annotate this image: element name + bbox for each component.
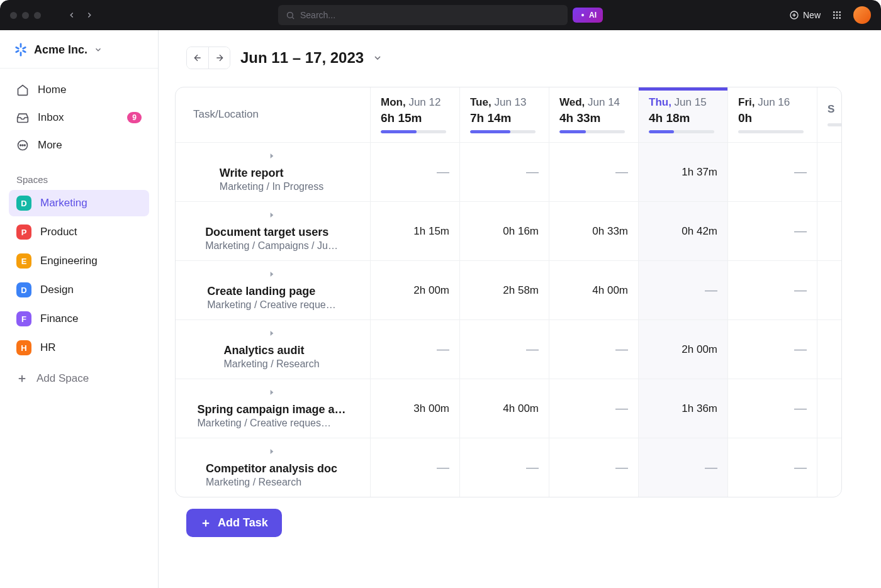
time-cell[interactable]: 4h 00m <box>549 261 639 320</box>
space-item[interactable]: DDesign <box>9 277 149 303</box>
column-header-day[interactable]: Wed, Jun 144h 33m <box>549 87 639 143</box>
window-traffic-lights[interactable] <box>10 12 41 19</box>
nav-more[interactable]: More <box>9 133 149 158</box>
space-label: Product <box>40 226 77 238</box>
time-cell-cut <box>817 438 842 497</box>
time-cell[interactable]: — <box>728 320 817 379</box>
expand-caret-icon[interactable] <box>267 447 276 458</box>
column-header-day[interactable]: Thu, Jun 154h 18m <box>639 87 728 143</box>
nav-inbox[interactable]: Inbox 9 <box>9 105 149 130</box>
space-item[interactable]: EEngineering <box>9 248 149 274</box>
time-cell[interactable]: — <box>371 438 460 497</box>
arrow-right-icon <box>215 53 225 63</box>
space-item[interactable]: FFinance <box>9 306 149 332</box>
add-space-label: Add Space <box>36 372 89 385</box>
space-color-icon: P <box>16 225 31 240</box>
task-path: Marketing / Research <box>223 358 319 370</box>
time-cell-cut <box>817 261 842 320</box>
task-row[interactable]: Write reportMarketing / In Progress <box>176 143 371 202</box>
date-range-nav <box>186 47 230 69</box>
svg-point-6 <box>833 11 835 13</box>
space-label: Design <box>40 284 74 296</box>
time-cell[interactable]: — <box>460 438 549 497</box>
ai-button[interactable]: AI <box>573 8 603 23</box>
search-icon <box>286 11 295 20</box>
svg-point-9 <box>833 14 835 16</box>
time-cell[interactable]: — <box>549 143 639 202</box>
space-item[interactable]: PProduct <box>9 219 149 245</box>
time-cell[interactable]: — <box>728 202 817 261</box>
task-name: Document target users <box>205 226 338 239</box>
task-row[interactable]: Competitor analysis docMarketing / Resea… <box>176 438 371 497</box>
time-cell[interactable]: — <box>460 320 549 379</box>
time-cell[interactable]: 1h 37m <box>639 143 728 202</box>
time-cell[interactable]: 4h 00m <box>460 379 549 438</box>
time-cell[interactable]: 3h 00m <box>371 379 460 438</box>
svg-point-2 <box>581 14 584 16</box>
expand-caret-icon[interactable] <box>267 388 276 399</box>
task-row[interactable]: Spring campaign image a…Marketing / Crea… <box>176 379 371 438</box>
add-space-button[interactable]: Add Space <box>0 365 158 392</box>
search-input[interactable]: Search... <box>278 5 568 25</box>
task-name: Competitor analysis doc <box>206 462 337 475</box>
ai-label: AI <box>589 11 597 19</box>
svg-marker-29 <box>270 153 273 158</box>
time-cell[interactable]: 2h 00m <box>371 261 460 320</box>
back-icon[interactable] <box>67 11 76 19</box>
expand-caret-icon[interactable] <box>267 211 276 222</box>
time-cell[interactable]: — <box>728 438 817 497</box>
space-label: Finance <box>40 313 78 325</box>
column-header-task: Task/Location <box>176 87 371 143</box>
space-item[interactable]: HHR <box>9 335 149 361</box>
add-task-button[interactable]: Add Task <box>186 509 282 537</box>
time-cell[interactable]: 2h 58m <box>460 261 549 320</box>
time-cell[interactable]: 1h 15m <box>371 202 460 261</box>
inbox-badge: 9 <box>127 112 142 123</box>
time-cell[interactable]: — <box>549 379 639 438</box>
expand-caret-icon[interactable] <box>267 270 276 281</box>
expand-caret-icon[interactable] <box>267 329 276 340</box>
column-header-day[interactable]: Tue, Jun 137h 14m <box>460 87 549 143</box>
time-cell[interactable]: — <box>549 438 639 497</box>
column-header-day[interactable]: Mon, Jun 126h 15m <box>371 87 460 143</box>
inbox-icon <box>16 111 29 124</box>
forward-icon[interactable] <box>85 11 94 19</box>
time-cell[interactable]: — <box>639 438 728 497</box>
workspace-switcher[interactable]: Acme Inc. <box>0 30 158 69</box>
task-row[interactable]: Analytics auditMarketing / Research <box>176 320 371 379</box>
expand-caret-icon[interactable] <box>267 152 276 163</box>
prev-range-button[interactable] <box>187 47 208 69</box>
time-cell[interactable]: — <box>460 143 549 202</box>
sparkle-icon <box>579 11 586 19</box>
space-color-icon: D <box>16 282 31 297</box>
time-cell[interactable]: — <box>371 143 460 202</box>
column-header-day[interactable]: Fri, Jun 160h <box>728 87 817 143</box>
nav-home[interactable]: Home <box>9 77 149 103</box>
time-cell[interactable]: — <box>728 261 817 320</box>
new-button[interactable]: New <box>789 10 821 20</box>
timesheet-grid: Task/LocationMon, Jun 126h 15mTue, Jun 1… <box>175 87 842 497</box>
date-range-picker[interactable]: Jun 11 – 17, 2023 <box>240 49 383 67</box>
time-cell[interactable]: — <box>639 261 728 320</box>
space-label: Engineering <box>40 255 98 267</box>
nav-home-label: Home <box>38 84 66 96</box>
task-row[interactable]: Create landing pageMarketing / Creative … <box>176 261 371 320</box>
space-color-icon: D <box>16 196 31 211</box>
time-cell[interactable]: 2h 00m <box>639 320 728 379</box>
svg-line-17 <box>16 47 19 48</box>
time-cell[interactable]: 0h 33m <box>549 202 639 261</box>
avatar[interactable] <box>853 6 871 24</box>
task-row[interactable]: Document target usersMarketing / Campaig… <box>176 202 371 261</box>
svg-point-7 <box>836 11 838 13</box>
next-range-button[interactable] <box>208 47 230 69</box>
time-cell[interactable]: — <box>728 379 817 438</box>
time-cell[interactable]: — <box>728 143 817 202</box>
time-cell[interactable]: 1h 36m <box>639 379 728 438</box>
task-path: Marketing / Creative reque… <box>207 299 336 311</box>
time-cell[interactable]: — <box>371 320 460 379</box>
time-cell[interactable]: 0h 16m <box>460 202 549 261</box>
apps-grid-icon[interactable] <box>832 10 842 20</box>
time-cell[interactable]: — <box>549 320 639 379</box>
space-item[interactable]: DMarketing <box>9 190 149 216</box>
time-cell[interactable]: 0h 42m <box>639 202 728 261</box>
